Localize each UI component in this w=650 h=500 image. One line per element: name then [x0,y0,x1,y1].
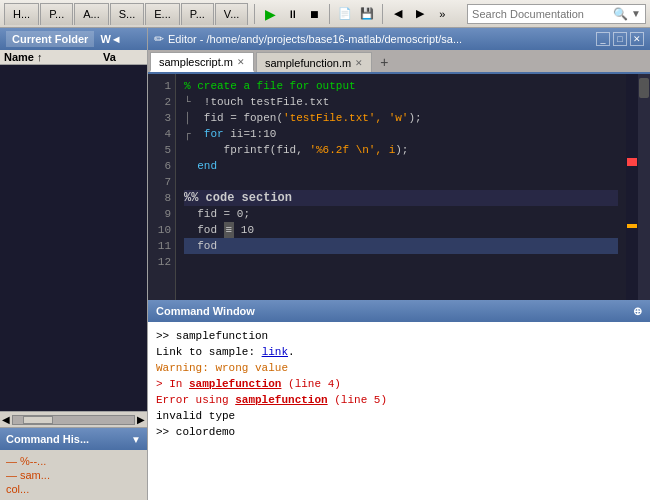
code-vscroll-thumb[interactable] [639,78,649,98]
command-window: Command Window ⊕ >> samplefunction Link … [148,300,650,500]
cmd-error-line: (line 5) [328,394,387,406]
code-text-5c: ); [395,142,408,158]
error-marker-1 [627,158,637,166]
toolbar-tab-v[interactable]: V... [215,3,249,25]
search-icon: 🔍 [613,7,628,21]
editor-maximize-btn[interactable]: □ [613,32,627,46]
cmd-trace-line: (line 4) [281,378,340,390]
editor-tab-samplescript[interactable]: samplescript.m ✕ [150,52,254,72]
line-num-6: 6 [150,158,171,174]
command-window-expand-icon[interactable]: ⊕ [633,305,642,318]
toolbar-separator [254,4,255,24]
toolbar-tab-e[interactable]: E... [145,3,180,25]
toolbar-btn-5[interactable]: ◀ [388,4,408,24]
code-text-4a: for [191,126,231,142]
toolbar-tab-h[interactable]: H... [4,3,39,25]
line-num-8: 8 [150,190,171,206]
cmd-error-func[interactable]: samplefunction [235,394,327,406]
code-text-5a: fprintf(fid, [184,142,309,158]
editor-controls: _ □ ✕ [596,32,644,46]
sidebar-header: Current Folder W◄ [0,28,147,50]
filter-icon[interactable]: ▼ [631,8,641,19]
scroll-track[interactable] [12,415,135,425]
code-text-1: % create a file for output [184,78,356,94]
toolbar-btn-3[interactable]: 📄 [335,4,355,24]
editor-close-btn[interactable]: ✕ [630,32,644,46]
more-icon[interactable]: » [432,4,452,24]
cmd-item-0[interactable]: — %--... [4,454,143,468]
line-numbers: 1 2 3 4 5 6 7 8 9 10 11 12 [148,74,176,300]
editor-minimize-btn[interactable]: _ [596,32,610,46]
scroll-right-btn[interactable]: ▶ [137,414,145,425]
cmd-line-7: >> colordemo [156,424,642,440]
code-line-8: %% code section [184,190,618,206]
sidebar-file-area [0,65,147,411]
scroll-left-btn[interactable]: ◀ [2,414,10,425]
code-line-2: └ !touch testFile.txt [184,94,618,110]
right-panel: ✏ Editor - /home/andy/projects/base16-ma… [148,28,650,500]
editor-tab-add-btn[interactable]: + [374,52,394,72]
line-num-3: 3 [150,110,171,126]
code-vscrollbar[interactable] [638,74,650,300]
cmd-trace: > In [156,378,189,390]
code-line-5: fprintf(fid, '%6.2f \n', i); [184,142,618,158]
scroll-thumb[interactable] [23,416,53,424]
toolbar-btn-6[interactable]: ▶ [410,4,430,24]
editor-tab-samplefunction[interactable]: samplefunction.m ✕ [256,52,372,72]
cmd-item-1[interactable]: — sam... [4,468,143,482]
cmd-item-2[interactable]: col... [4,482,143,496]
code-text-3b: 'testFile.txt', 'w' [283,110,408,126]
code-content[interactable]: % create a file for output └ !touch test… [176,74,626,300]
editor-titlebar: ✏ Editor - /home/andy/projects/base16-ma… [148,28,650,50]
cmd-link-text: Link to sample: [156,346,262,358]
sidebar-tab-current-folder[interactable]: Current Folder [6,31,94,47]
code-text-3a: fid = fopen( [191,110,283,126]
sidebar-scrollbar[interactable]: ◀ ▶ [0,411,147,427]
toolbar-tab-p1[interactable]: P... [40,3,73,25]
toolbar-tab-p2[interactable]: P... [181,3,214,25]
cmd-history-header[interactable]: Command His... ▼ [0,428,147,450]
code-text-5b: '%6.2f \n', i [309,142,395,158]
code-line-11: fod [184,238,618,254]
code-text-3c: ); [408,110,421,126]
line-num-11: 11 [150,238,171,254]
cmd-history-expand-icon[interactable]: ▼ [131,434,141,445]
search-box: 🔍 ▼ [467,4,646,24]
main-container: Current Folder W◄ Name ↑ Va ◀ ▶ Command … [0,28,650,500]
editor-tab-samplefunction-close[interactable]: ✕ [355,58,363,68]
cmd-link[interactable]: link [262,346,288,358]
code-line-12 [184,254,618,270]
toolbar-tab-a[interactable]: A... [74,3,109,25]
editor-tab-samplescript-close[interactable]: ✕ [237,57,245,67]
toolbar-icons: ▶ ⏸ ⏹ 📄 💾 ◀ ▶ » [260,4,452,24]
toolbar-btn-4[interactable]: 💾 [357,4,377,24]
toolbar-tab-s[interactable]: S... [110,3,145,25]
editor-title: ✏ Editor - /home/andy/projects/base16-ma… [154,32,462,46]
editor-tab-samplescript-label: samplescript.m [159,56,233,68]
code-text-10a: fod [184,222,224,238]
editor-tab-samplefunction-label: samplefunction.m [265,57,351,69]
toolbar-btn-1[interactable]: ⏸ [282,4,302,24]
cmd-trace-func[interactable]: samplefunction [189,378,281,390]
code-line-1: % create a file for output [184,78,618,94]
cmd-colordemo: >> colordemo [156,426,235,438]
line-num-5: 5 [150,142,171,158]
search-input[interactable] [472,8,610,20]
code-text-4b: ii=1:10 [230,126,276,142]
cmd-line-2: Link to sample: link. [156,344,642,360]
code-text-2: !touch testFile.txt [191,94,330,110]
editor-panel: ✏ Editor - /home/andy/projects/base16-ma… [148,28,650,300]
cmd-warning: Warning: wrong value [156,362,288,374]
code-text-6: end [184,158,217,174]
run-button[interactable]: ▶ [260,4,280,24]
editor-pen-icon: ✏ [154,32,164,46]
toolbar-btn-2[interactable]: ⏹ [304,4,324,24]
code-line-3: │ fid = fopen('testFile.txt', 'w'); [184,110,618,126]
line-num-12: 12 [150,254,171,270]
command-window-title: Command Window [156,305,255,317]
command-window-content[interactable]: >> samplefunction Link to sample: link. … [148,322,650,500]
sidebar: Current Folder W◄ Name ↑ Va ◀ ▶ Command … [0,28,148,500]
editor-tabs: samplescript.m ✕ samplefunction.m ✕ + [148,50,650,74]
cmd-history-panel: Command His... ▼ — %--... — sam... col..… [0,427,147,500]
sidebar-tab-w[interactable]: W◄ [94,31,127,47]
